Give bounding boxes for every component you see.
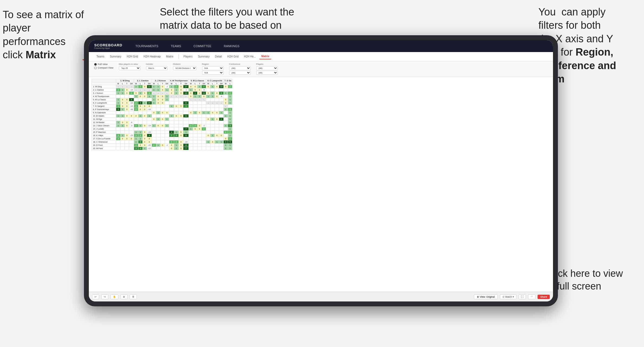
matrix-cell: 1 (223, 114, 228, 118)
matrix-cell: -19 (147, 131, 152, 134)
sh-t2: T (142, 82, 147, 85)
matrix-cell: 4 (138, 101, 142, 105)
matrix-cell (183, 137, 189, 140)
matrix-cell: -6 (129, 121, 134, 124)
matrix-cell: 2 (116, 137, 121, 140)
matrix-cell: 8 (183, 134, 189, 137)
matrix-cell: 0 (215, 95, 219, 98)
table-row: 16. K Vilips210-252204330801001 (92, 134, 232, 137)
compact-view-option[interactable]: Compact View (94, 66, 113, 69)
more-btn[interactable]: ⋯ (528, 294, 535, 299)
matrix-cell (202, 118, 206, 121)
matrix-cell (183, 98, 189, 101)
matrix-cell: -10 (183, 140, 189, 144)
matrix-cell (125, 111, 129, 114)
matrix-cell: 13 (219, 85, 223, 88)
redo-btn[interactable]: ↪ (101, 294, 108, 299)
matrix-cell: 1 (174, 131, 178, 134)
tab-h2h-he[interactable]: H2H He... (242, 54, 258, 59)
conference-select-1[interactable]: (All) (229, 66, 251, 70)
sub-nav: Teams Summary H2H Grid H2H Heatmap Matri… (89, 52, 553, 61)
row-label: 11. M Ege (92, 118, 116, 121)
tab-teams[interactable]: Teams (94, 54, 106, 59)
matrix-cell (142, 98, 147, 101)
nav-teams[interactable]: TEAMS (169, 43, 183, 49)
matrix-cell (183, 124, 189, 127)
matrix-cell: 1 (134, 140, 138, 144)
matrix-cell: - (147, 88, 152, 92)
gender-select[interactable]: Men's (146, 66, 168, 70)
matrix-cell: - (121, 85, 125, 88)
players-select-2[interactable]: (All) (256, 71, 278, 75)
annotation-bottom-right-text: Click here to view in full screen (547, 268, 623, 292)
tab-players[interactable]: Players (181, 54, 195, 59)
tab-h2h-heatmap[interactable]: H2H Heatmap (141, 54, 163, 59)
matrix-cell (202, 105, 206, 108)
division-select[interactable]: NCAA Division I (173, 66, 197, 70)
view-original-btn[interactable]: ⊕ View: Original (474, 294, 498, 299)
sh-d3: Dif (165, 82, 169, 85)
players-select-1[interactable]: (All) (256, 66, 278, 70)
tab-summary-1[interactable]: Summary (108, 54, 123, 59)
settings-btn[interactable]: ⚙ (130, 294, 137, 299)
matrix-cell: 0 (197, 92, 202, 95)
matrix-cell: 1 (206, 140, 210, 144)
conference-select-2[interactable]: (All) (229, 71, 251, 75)
matrix-cell: 1 (228, 98, 232, 101)
matrix-cell (174, 127, 178, 131)
tab-h2h-grid-2[interactable]: H2H Grid (225, 54, 241, 59)
matrix-cell: 24 (147, 101, 152, 105)
matrix-cell (215, 108, 219, 111)
tab-matrix-1[interactable]: Matrix (164, 54, 175, 59)
matrix-cell: 1 (147, 114, 152, 118)
tab-h2h-grid-1[interactable]: H2H Grid (125, 54, 140, 59)
full-view-radio[interactable] (94, 63, 97, 66)
matrix-cell (179, 101, 183, 105)
pan-btn[interactable]: ✋ (110, 294, 118, 299)
nav-committee[interactable]: COMMITTEE (191, 43, 214, 49)
matrix-cell (189, 118, 193, 121)
matrix-cell: 1 (152, 124, 156, 127)
screen-btn[interactable]: ⛶ (519, 294, 526, 299)
players-filter: Players (All) (All) (256, 63, 278, 75)
matrix-cell: 0 (142, 137, 147, 140)
matrix-cell: 0 (169, 147, 174, 150)
nav-rankings[interactable]: RANKINGS (222, 43, 242, 49)
table-row: 17. S De La Fuente2000110002 (92, 137, 232, 140)
matrix-cell (134, 121, 138, 124)
matrix-cell: 1 (152, 95, 156, 98)
tab-summary-2[interactable]: Summary (196, 54, 212, 59)
region-select-2[interactable]: N/A (202, 71, 224, 75)
watch-btn[interactable]: ⊙ Watch ▾ (500, 294, 516, 299)
matrix-cell (193, 114, 197, 118)
nav-tournaments[interactable]: TOURNAMENTS (133, 43, 161, 49)
undo-btn[interactable]: ↩ (92, 294, 99, 299)
share-btn[interactable]: Share (538, 295, 550, 299)
sh-w4: W (169, 82, 174, 85)
matrix-cell: 0 (189, 95, 193, 98)
matrix-cell: - (129, 85, 134, 88)
tab-detail[interactable]: Detail (213, 54, 224, 59)
zoom-btn[interactable]: ⊕ (121, 294, 128, 299)
matrix-cell: - (215, 101, 219, 105)
matrix-cell: 0 (219, 134, 223, 137)
matrix-cell (138, 121, 142, 124)
matrix-cell (179, 98, 183, 101)
row-label: 19. D Ford (92, 144, 116, 147)
full-view-option[interactable]: Full View (94, 63, 113, 66)
sh-l2: L (138, 82, 142, 85)
tab-matrix-2[interactable]: Matrix (259, 54, 271, 59)
matrix-cell (189, 140, 193, 144)
matrix-cell (169, 121, 174, 124)
compact-view-radio[interactable] (94, 67, 97, 69)
row-label: 9. N Gabrelcik (92, 111, 116, 114)
region-select-1[interactable]: N/A (202, 66, 224, 70)
matrix-cell (202, 121, 206, 124)
matrix-cell: 1 (165, 124, 169, 127)
matrix-cell (165, 134, 169, 137)
matrix-cell (197, 140, 202, 144)
matrix-cell (121, 95, 125, 98)
sh-w3: W (152, 82, 156, 85)
matrix-cell: 2 (116, 134, 121, 137)
max-players-select[interactable]: Top 25 (119, 66, 141, 70)
